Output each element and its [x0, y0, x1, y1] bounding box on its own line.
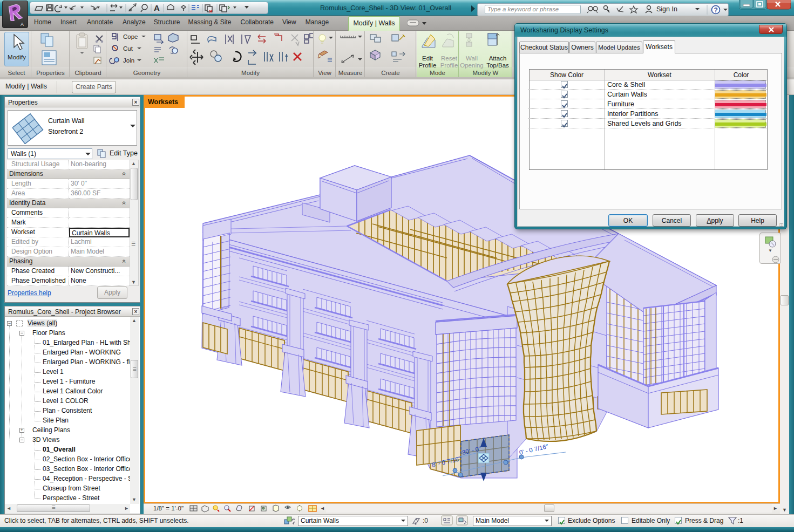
svg-text:?: ?	[714, 6, 718, 14]
svg-text:A: A	[154, 3, 160, 12]
svg-text:Cope: Cope	[123, 33, 138, 40]
svg-text:Cut: Cut	[123, 45, 133, 52]
svg-text:Sign In: Sign In	[656, 5, 677, 13]
svg-text:0' - 0 7/16": 0' - 0 7/16"	[519, 443, 549, 456]
svg-text:Join: Join	[123, 57, 134, 64]
